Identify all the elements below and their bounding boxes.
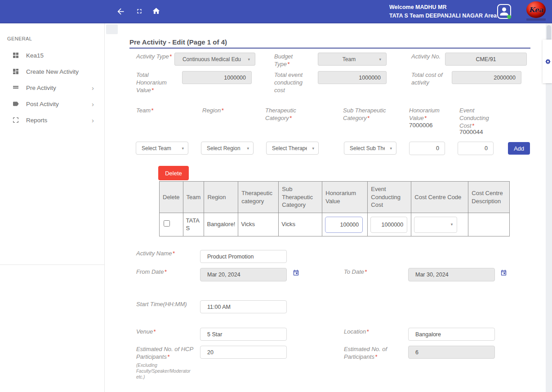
therapeutic-select[interactable]: Select Therape▾ <box>266 142 319 155</box>
caret-down-icon: ▾ <box>309 146 318 151</box>
col-header-team: Team <box>183 182 204 213</box>
activity-type-value: Continuous Medical Edu <box>183 56 247 62</box>
delete-button[interactable]: Delete <box>158 166 189 180</box>
row-sub-therapeutic-cell: Vicks <box>279 213 322 236</box>
honorarium-budget-value: 7000006 <box>409 122 433 129</box>
chevron-right-icon: › <box>92 100 94 108</box>
caret-down-icon: ▾ <box>387 146 396 151</box>
kea-logo-sphere: Kea <box>526 1 546 18</box>
activity-type-select[interactable]: Continuous Medical Edu ▾ <box>174 53 255 66</box>
rows-icon <box>12 84 20 91</box>
welcome-line1: Welcome MADHU MR <box>389 3 497 12</box>
location-input[interactable] <box>408 328 495 341</box>
chevron-right-icon: › <box>92 116 94 124</box>
start-time-label: Start Time(HH:MM) <box>136 301 208 308</box>
from-date-label: From Date* <box>136 268 181 276</box>
budget-type-label: Budget Type* <box>274 53 306 68</box>
home-icon[interactable] <box>152 7 160 17</box>
col-header-cost-centre-description: Cost Centre Description <box>468 182 510 213</box>
sub-therapeutic-select[interactable]: Select Sub The▾ <box>344 142 396 155</box>
participants-field[interactable] <box>408 346 495 359</box>
col-header-therapeutic: Therapeutic category <box>238 182 279 213</box>
total-honorarium-label: Total Honorarium Value* <box>136 71 178 94</box>
team-select[interactable]: Select Team▾ <box>136 142 188 155</box>
row-therapeutic-cell: Vicks <box>238 213 279 236</box>
from-date-field[interactable] <box>200 268 287 281</box>
sidebar-item-reports[interactable]: Reports › <box>0 112 105 128</box>
back-arrow-icon[interactable] <box>116 7 125 18</box>
settings-fab[interactable] <box>543 40 552 83</box>
kea-logo[interactable]: Kea <box>526 1 546 21</box>
venue-label: Venue* <box>136 328 181 336</box>
sidebar-item-pre-activity[interactable]: Pre Activity › <box>0 80 105 96</box>
honorarium-value-label: Honorarium Value* <box>409 107 448 122</box>
row-delete-checkbox[interactable] <box>164 220 170 227</box>
sidebar-divider <box>0 264 104 265</box>
col-header-cost-centre-code: Cost Centre Code <box>411 182 468 213</box>
user-avatar-icon[interactable] <box>497 4 511 19</box>
row-event-cost-input[interactable] <box>370 217 407 233</box>
grid-icon <box>12 52 20 59</box>
add-button[interactable]: Add <box>508 142 530 155</box>
sidebar-item-label: Reports <box>26 117 47 124</box>
col-header-sub-therapeutic: Sub Therapeutic Category <box>279 182 322 213</box>
therapeutic-category-label: Therapeutic Category* <box>265 107 308 122</box>
col-header-event-cost: Event Conducting Cost <box>368 182 411 213</box>
sidebar-item-kea15[interactable]: Kea15 <box>0 47 105 63</box>
caret-down-icon: ▾ <box>179 146 188 151</box>
sub-therapeutic-select-placeholder: Select Sub The <box>350 145 385 151</box>
start-time-input[interactable] <box>200 300 287 313</box>
sidebar-item-label: Kea15 <box>26 52 44 59</box>
caret-down-icon: ▾ <box>245 57 254 62</box>
hcp-participants-note: (Excluding Faculty/Speaker/Moderator etc… <box>136 362 198 380</box>
to-date-calendar-icon[interactable] <box>500 269 507 276</box>
activity-no-field[interactable] <box>445 53 527 66</box>
event-cost-budget-value: 7000044 <box>459 129 483 135</box>
col-header-region: Region <box>204 182 238 213</box>
region-label: Region* <box>202 107 243 115</box>
region-select[interactable]: Select Region▾ <box>201 142 254 155</box>
from-date-calendar-icon[interactable] <box>293 269 300 276</box>
sidebar-item-create-new-activity[interactable]: Create New Activity <box>0 63 105 80</box>
title-underline <box>129 48 530 49</box>
tag-icon <box>12 100 20 107</box>
hcp-participants-input[interactable] <box>200 346 287 359</box>
sidebar: GENERAL Kea15 Create New Activity Pre Ac… <box>0 23 105 392</box>
online-status-dot <box>507 15 511 19</box>
sidebar-item-post-activity[interactable]: Post Activity › <box>0 96 105 112</box>
chevron-right-icon: › <box>92 84 94 92</box>
team-label: Team* <box>136 107 177 115</box>
event-conducting-cost-label: Event Conducting Cost* <box>459 107 498 130</box>
row-region-cell: Bangalore! <box>204 213 238 236</box>
participants-label: Estimated No. of Participants* <box>344 346 398 361</box>
total-honorarium-field[interactable] <box>182 71 252 84</box>
row-honorarium-input[interactable] <box>325 217 363 233</box>
event-cost-input[interactable] <box>458 142 494 155</box>
fullscreen-icon[interactable] <box>136 8 143 17</box>
total-event-cost-field[interactable] <box>318 71 387 84</box>
caret-down-icon: ▾ <box>244 146 253 151</box>
crop-free-icon <box>12 116 20 124</box>
honorarium-value-input[interactable] <box>409 142 445 155</box>
to-date-field[interactable] <box>408 268 495 281</box>
total-cost-label: Total cost of activity <box>411 71 450 87</box>
location-label: Location* <box>344 328 389 336</box>
col-header-honorarium: Honorarium Value <box>322 182 368 213</box>
col-header-delete: Delete <box>160 182 183 213</box>
caret-down-icon: ▾ <box>448 222 457 227</box>
sidebar-item-label: Create New Activity <box>26 68 79 75</box>
sidebar-section-label: GENERAL <box>7 36 32 41</box>
row-cost-centre-select[interactable]: ▾ <box>414 217 457 233</box>
dashboard-icon <box>12 68 20 75</box>
activity-type-label: Activity Type* <box>136 53 175 61</box>
total-event-cost-label: Total event conducting cost <box>274 71 312 94</box>
venue-input[interactable] <box>200 328 287 341</box>
page-title: Pre Activity - Edit (Page 1 of 4) <box>129 38 227 46</box>
caret-down-icon: ▾ <box>376 57 385 62</box>
activity-name-input[interactable] <box>200 250 287 263</box>
budget-type-select[interactable]: Team ▾ <box>318 53 387 66</box>
region-select-placeholder: Select Region <box>207 145 240 151</box>
allocation-table: Delete Team Region Therapeutic category … <box>159 181 510 236</box>
total-cost-field[interactable] <box>452 71 521 84</box>
table-row: TATA S Bangalore! Vicks Vicks ▾ <box>160 213 510 236</box>
